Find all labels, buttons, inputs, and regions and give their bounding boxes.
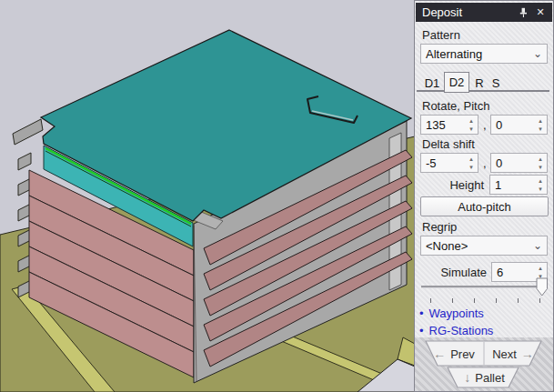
spin-down-icon: ▾ bbox=[539, 186, 542, 192]
arrow-down-icon: ↓ bbox=[464, 371, 470, 384]
spin-down-icon: ▾ bbox=[469, 126, 473, 132]
application-window: Deposit ✕ Pattern Alternating ⌄ D1 D2 R … bbox=[0, 0, 554, 392]
simulate-slider-thumb[interactable] bbox=[536, 277, 549, 297]
height-value: 1 bbox=[495, 178, 501, 192]
pattern-dropdown[interactable]: Alternating ⌄ bbox=[420, 44, 548, 64]
auto-pitch-button[interactable]: Auto-pitch bbox=[420, 196, 549, 216]
spin-up-icon: ▴ bbox=[539, 177, 542, 184]
separator: , bbox=[483, 118, 487, 132]
regrip-label: Regrip bbox=[422, 220, 457, 234]
spin-down-icon: ▾ bbox=[539, 126, 542, 132]
arrow-left-icon: ← bbox=[433, 347, 446, 360]
arrow-right-icon: → bbox=[521, 347, 534, 360]
bullet-icon: • bbox=[419, 324, 424, 337]
close-icon[interactable]: ✕ bbox=[535, 7, 546, 18]
spinner-buttons[interactable]: ▴▾ bbox=[465, 116, 478, 134]
slider-tick bbox=[430, 298, 431, 303]
slider-tick bbox=[452, 298, 453, 303]
slider-tick bbox=[496, 298, 497, 303]
spinner-buttons[interactable]: ▴▾ bbox=[534, 116, 547, 134]
spin-down-icon: ▾ bbox=[539, 164, 542, 170]
next-button-label: Next bbox=[492, 347, 517, 361]
panel-header[interactable]: Deposit ✕ bbox=[416, 3, 552, 22]
next-button[interactable]: Next → bbox=[485, 345, 541, 363]
tab-d1[interactable]: D1 bbox=[420, 74, 444, 92]
bullet-icon: • bbox=[419, 307, 424, 320]
waypoints-link-label: Waypoints bbox=[429, 307, 484, 320]
delta-shift-label: Delta shift bbox=[422, 137, 475, 151]
waypoints-link[interactable]: • Waypoints bbox=[419, 307, 484, 320]
spin-up-icon: ▴ bbox=[539, 156, 542, 162]
rg-stations-link-label: RG-Stations bbox=[429, 324, 494, 337]
spin-up-icon: ▴ bbox=[539, 265, 542, 271]
slider-tick bbox=[539, 298, 540, 303]
pallet-button[interactable]: ↓ Pallet bbox=[446, 368, 523, 387]
delta-x-field[interactable]: -5 ▴▾ bbox=[420, 153, 478, 173]
tab-underline bbox=[417, 90, 549, 92]
spin-up-icon: ▴ bbox=[469, 156, 473, 162]
regrip-dropdown-value: <None> bbox=[426, 239, 468, 253]
delta-y-field[interactable]: 0 ▴▾ bbox=[490, 153, 548, 173]
spin-down-icon: ▾ bbox=[469, 164, 473, 170]
slider-tick bbox=[474, 298, 475, 303]
regrip-dropdown[interactable]: <None> ⌄ bbox=[420, 236, 548, 256]
rotate-pitch-label: Rotate, Pitch bbox=[422, 99, 489, 113]
delta-y-value: 0 bbox=[496, 156, 502, 170]
simulate-value: 6 bbox=[497, 266, 503, 279]
simulate-label: Simulate bbox=[414, 266, 487, 279]
pattern-dropdown-value: Alternating bbox=[426, 47, 482, 61]
spin-up-icon: ▴ bbox=[469, 117, 473, 124]
pallet-button-label: Pallet bbox=[475, 371, 505, 385]
pitch-field[interactable]: 0 ▴▾ bbox=[490, 115, 548, 135]
rotate-value: 135 bbox=[426, 118, 446, 132]
slider-tick bbox=[518, 298, 519, 303]
tab-r[interactable]: R bbox=[472, 74, 487, 92]
spinner-buttons[interactable]: ▴▾ bbox=[534, 154, 547, 172]
height-label: Height bbox=[414, 178, 484, 192]
rg-stations-link[interactable]: • RG-Stations bbox=[419, 324, 493, 337]
chevron-down-icon: ⌄ bbox=[533, 240, 542, 251]
separator: , bbox=[483, 156, 487, 170]
spinner-buttons[interactable]: ▴▾ bbox=[534, 176, 547, 194]
tab-d2[interactable]: D2 bbox=[444, 72, 469, 93]
pin-icon[interactable] bbox=[518, 7, 529, 18]
panel-title: Deposit bbox=[422, 5, 462, 19]
delta-x-value: -5 bbox=[426, 156, 437, 170]
chevron-down-icon: ⌄ bbox=[533, 48, 542, 59]
spin-up-icon: ▴ bbox=[539, 117, 542, 124]
pitch-value: 0 bbox=[496, 118, 502, 132]
prev-button-label: Prev bbox=[450, 347, 475, 361]
prev-button[interactable]: ← Prev bbox=[427, 345, 481, 363]
height-field[interactable]: 1 ▴▾ bbox=[489, 175, 548, 195]
spinner-buttons[interactable]: ▴▾ bbox=[465, 154, 478, 172]
pattern-label: Pattern bbox=[422, 28, 460, 42]
3d-viewport[interactable] bbox=[0, 0, 415, 392]
rotate-field[interactable]: 135 ▴▾ bbox=[420, 115, 478, 135]
tab-s[interactable]: S bbox=[489, 74, 503, 92]
simulate-slider-track[interactable] bbox=[421, 286, 547, 288]
